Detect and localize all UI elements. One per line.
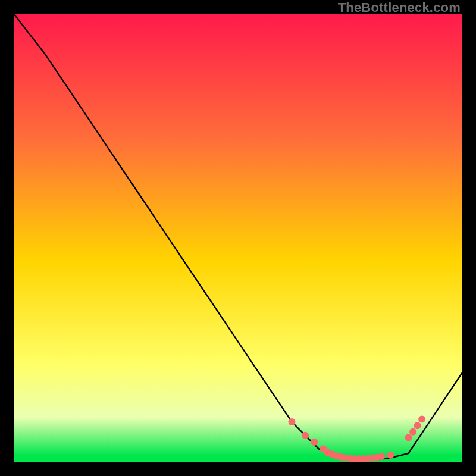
marker-dot <box>311 439 318 446</box>
marker-dot <box>289 418 296 425</box>
plot-area <box>14 14 462 462</box>
chart-svg <box>14 14 462 462</box>
marker-dot <box>409 428 416 436</box>
marker-dot <box>302 432 309 439</box>
gradient-background <box>14 14 462 462</box>
marker-dot <box>418 416 425 423</box>
marker-dot <box>378 453 385 460</box>
marker-dot <box>405 434 412 441</box>
chart-frame: TheBottleneck.com <box>0 0 476 476</box>
marker-dot <box>387 452 394 459</box>
marker-dot <box>414 422 421 429</box>
